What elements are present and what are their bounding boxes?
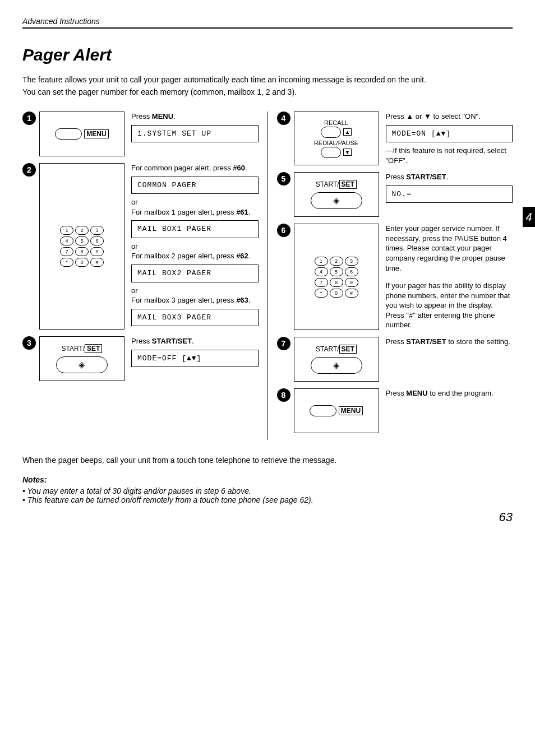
intro-line-1: The feature allows your unit to call you… [22,75,513,86]
step-7: 7 START/SET Press START/SET to store the… [277,337,513,382]
step2-or2: or [131,242,138,251]
column-divider [268,112,268,440]
step-1: 1 MENU Press MENU. 1.SYSTEM SET UP [22,112,259,156]
step-number-4: 4 [277,112,290,125]
step5-bold: START/SET [406,173,446,181]
lcd-display-3: MODE=OFF [▲▼] [131,350,259,368]
step3-pre: Press [131,337,152,345]
step3-post: . [192,337,194,345]
step2-or1: or [131,198,138,206]
down-arrow-icon [343,149,352,156]
step-number-5: 5 [277,172,290,185]
step5-post: . [446,173,449,181]
menu-key-label-2: MENU [339,406,363,415]
diamond-icon [79,360,85,370]
chapter-tab: 4 [523,207,535,227]
device-panel-startset-2: START/SET [294,172,379,217]
startset-key-icon [56,356,108,373]
device-panel-startset: START/SET [39,336,124,381]
step2-l3-bold: #62 [236,252,248,260]
step-8: 8 MENU Press MENU to end the program. [277,388,513,433]
step1-bold: MENU [152,112,173,120]
step3-bold: START/SET [152,337,192,345]
notes-title: Notes: [22,475,513,484]
note-1: You may enter a total of 30 digits and/o… [22,486,513,495]
step7-bold: START/SET [406,337,446,346]
startset-key-icon-3 [311,357,362,374]
lcd-display-2b: MAIL BOX1 PAGER [131,220,259,238]
device-panel-menu-2: MENU [294,388,379,433]
closing-text: When the pager beeps, call your unit fro… [22,454,513,466]
step-number-7: 7 [277,337,290,350]
set-key-label: SET [85,344,102,353]
step6-p2: If your pager has the ability to display… [386,281,513,330]
diamond-icon [333,196,340,206]
keypad-icon: 123 456 789 *0# [60,226,104,267]
lcd-display-5: NO.= [386,185,513,203]
intro-line-2: You can set the pager number for each me… [22,87,513,98]
redial-label: REDIAL/PAUSE [314,140,358,146]
step2-l4-bold: #63 [236,296,248,304]
step-3: 3 START/SET Press START/SET. MODE=OFF [▲… [22,336,259,381]
step5-pre: Press [386,173,407,181]
lcd-display-2c: MAIL BOX2 PAGER [131,265,259,282]
step2-l2-pre: For mailbox 1 pager alert, press [131,208,236,216]
diamond-icon [333,360,340,370]
lcd-display-2d: MAIL BOX3 PAGER [131,309,259,327]
lcd-display-2a: COMMON PAGER [131,177,259,194]
recall-label: RECALL [324,119,348,126]
step7-pre: Press [386,337,407,346]
notes-section: Notes: You may enter a total of 30 digit… [22,475,513,504]
step-number-3: 3 [22,336,36,350]
step8-pre: Press [386,389,407,397]
step-4: 4 RECALL REDIAL/PAUSE Press ▲ or ▼ to se… [277,112,513,165]
lcd-display-4: MODE=ON [▲▼] [386,125,513,143]
step8-post: to end the program. [428,389,494,397]
page-number: 63 [22,510,513,525]
step2-l4-pre: For mailbox 3 pager alert, press [131,296,236,304]
device-panel-startset-3: START/SET [294,337,379,382]
step8-bold: MENU [406,389,427,397]
recall-key-icon [321,127,341,138]
step2-l3-pre: For mailbox 2 pager alert, press [131,252,236,260]
step2-l4-post: . [248,296,251,304]
step1-post: . [173,112,176,120]
device-panel-recall: RECALL REDIAL/PAUSE [294,112,379,165]
startset-key-icon-2 [311,192,362,209]
page-title: Pager Alert [22,45,513,64]
step4-note: —If this feature is not required, select… [386,146,513,165]
step2-l1-pre: For common pager alert, press [131,164,233,172]
menu-key-icon-2 [310,405,336,416]
menu-key-icon [55,128,82,140]
step2-or3: or [131,286,138,295]
intro-text: The feature allows your unit to call you… [22,75,513,98]
step-number-2: 2 [22,163,36,177]
menu-key-label: MENU [84,129,108,138]
redial-key-icon [321,147,341,158]
step-number-8: 8 [277,388,290,402]
step2-l1-bold: #60 [233,164,245,172]
device-panel-keypad: 123 456 789 *0# [39,163,124,330]
step-number-6: 6 [277,224,290,237]
step-2: 2 123 456 789 *0# For common pager alert… [22,163,259,330]
section-header: Advanced Instructions [22,17,513,29]
device-panel-menu: MENU [39,112,124,156]
right-column: 4 RECALL REDIAL/PAUSE Press ▲ or ▼ to se… [277,112,513,440]
step7-post: to store the setting. [446,337,510,346]
step-number-1: 1 [22,112,36,125]
note-2: This feature can be turned on/off remote… [22,495,513,504]
step-6: 6 123 456 789 *0# Enter your pager servi… [277,224,513,330]
step4-text: Press ▲ or ▼ to select "ON". [386,112,481,120]
step1-pre: Press [131,112,152,120]
lcd-display-1: 1.SYSTEM SET UP [131,125,259,143]
device-panel-keypad-2: 123 456 789 *0# [294,224,379,330]
keypad-icon-2: 123 456 789 *0# [315,257,358,298]
step2-l2-bold: #61 [236,208,248,216]
left-column: 1 MENU Press MENU. 1.SYSTEM SET UP 2 123… [22,112,259,440]
step2-l1-post: . [245,164,247,172]
up-arrow-icon [343,128,352,136]
step2-l2-post: . [248,208,251,216]
step2-l3-post: . [248,252,251,260]
step-5: 5 START/SET Press START/SET. NO.= [277,172,513,217]
step6-p1: Enter your pager service number. If nece… [386,224,513,273]
